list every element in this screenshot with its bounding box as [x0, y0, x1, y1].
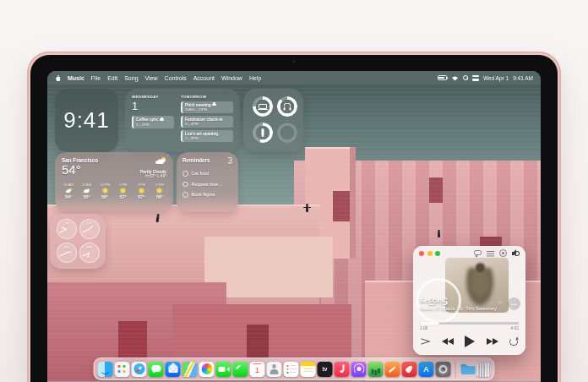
tv-icon[interactable]: tv [318, 362, 333, 377]
checkbox-circle[interactable] [182, 171, 188, 177]
checkbox-circle[interactable] [182, 192, 188, 198]
sun-icon [121, 188, 125, 193]
battery-icon[interactable] [438, 75, 447, 80]
event-time: 1 – 2PM [136, 123, 172, 127]
contacts-icon[interactable] [267, 362, 282, 377]
ipad-device: Music File Edit Song View Controls Accou… [30, 55, 558, 382]
person-figure [306, 206, 308, 212]
menu-item-controls[interactable]: Controls [165, 75, 187, 81]
weather-hour: 2 PM57° [134, 183, 148, 199]
analog-clock: TOK [79, 219, 100, 239]
battery-ring-headphones [277, 96, 297, 117]
front-camera [293, 60, 296, 63]
maps-icon[interactable] [182, 362, 198, 377]
previous-button[interactable] [442, 338, 454, 345]
calendar-widget[interactable]: WEDNESDAY 1 Coffee sync 1 – 2PM TOMORROW… [125, 89, 240, 152]
safari-icon[interactable] [132, 362, 147, 377]
reminders-count: 3 [227, 157, 232, 166]
app-store-icon[interactable]: A [419, 362, 434, 377]
zoom-button[interactable] [435, 251, 440, 256]
volume-icon[interactable] [512, 249, 520, 257]
reminder-item[interactable]: Request time... [182, 182, 232, 188]
track-title: Set One [420, 297, 445, 304]
cloud-icon [212, 104, 216, 106]
menu-item-file[interactable]: File [91, 75, 101, 81]
dock-divider [455, 361, 456, 378]
lyrics-icon[interactable] [474, 249, 482, 257]
menu-date[interactable]: Wed Apr 1 [483, 75, 509, 81]
facetime-icon[interactable] [216, 362, 231, 377]
sun-icon [103, 188, 107, 193]
menu-item-account[interactable]: Account [193, 75, 215, 81]
podcasts-icon[interactable] [351, 362, 367, 377]
checkbox-circle[interactable] [182, 182, 188, 188]
control-center-icon[interactable] [472, 75, 479, 81]
next-button[interactable] [487, 338, 498, 345]
photos-icon[interactable] [199, 362, 215, 377]
event-title: Lou's art opening [185, 132, 218, 136]
mail-icon[interactable] [166, 362, 181, 377]
shuffle-icon[interactable] [421, 338, 430, 345]
event-time: 11AM – 12PM [185, 107, 231, 112]
minimize-button[interactable] [427, 251, 433, 256]
event-title: Fundraiser check-in [185, 117, 223, 122]
event-title: Coffee sync [136, 117, 159, 122]
wifi-icon[interactable] [451, 75, 459, 81]
more-button[interactable]: ••• [508, 297, 520, 310]
menu-item-edit[interactable]: Edit [107, 75, 117, 81]
queue-icon[interactable] [487, 249, 494, 257]
calendar-event[interactable]: Coffee sync 1 – 2PM [132, 116, 174, 128]
star-icon[interactable]: ☆ [497, 298, 504, 307]
menu-item-music[interactable]: Music [68, 75, 84, 81]
apple-logo-icon[interactable] [55, 74, 61, 81]
close-button[interactable] [419, 251, 424, 256]
search-icon[interactable] [463, 75, 468, 80]
trash-icon[interactable] [477, 362, 491, 377]
reminders-widget[interactable]: Reminders 3 Cat food Request time... Boo… [177, 152, 238, 212]
music-icon[interactable] [335, 362, 350, 377]
menu-item-song[interactable]: Song [124, 75, 138, 81]
batteries-widget[interactable] [243, 89, 303, 152]
dock: 1 tv A [94, 357, 495, 380]
phone-icon[interactable] [233, 362, 248, 377]
calendar-event[interactable]: Fundraiser check-in 3 – 4PM [181, 116, 233, 128]
calendar-icon[interactable]: 1 [250, 362, 265, 377]
weather-widget[interactable]: San Francisco 54° Partly Cloudy H:57° L:… [55, 152, 173, 211]
partly-cloudy-icon [84, 188, 90, 193]
menu-item-help[interactable]: Help [249, 75, 261, 81]
battery-ring-laptop [253, 96, 273, 117]
cloud-icon [160, 118, 164, 121]
reminder-item[interactable]: Book flights [182, 192, 232, 198]
rocket-app-icon[interactable] [402, 362, 417, 377]
world-clock-widget[interactable]: CUP TOK SYD PAR [50, 214, 106, 269]
airplay-icon[interactable] [499, 249, 507, 257]
play-button[interactable] [465, 336, 475, 347]
headphones-icon [284, 103, 291, 111]
track-subtitle: Beats In Space 01: Tim Sweeney [420, 305, 497, 311]
sun-icon [139, 188, 144, 193]
launchpad-icon[interactable] [115, 362, 130, 377]
progress-bar[interactable] [420, 322, 519, 325]
menu-item-view[interactable]: View [145, 75, 158, 81]
calendar-event[interactable]: Lou's art opening 7 – 8PM [181, 130, 233, 143]
orange-pencil-app-icon[interactable] [385, 362, 400, 377]
repeat-icon[interactable] [509, 338, 518, 346]
finder-icon[interactable] [98, 362, 113, 377]
clock-widget[interactable]: 9:41 [55, 89, 118, 152]
downloads-folder-icon[interactable] [460, 362, 476, 377]
messages-icon[interactable] [149, 362, 164, 377]
screen: Music File Edit Song View Controls Accou… [47, 71, 541, 382]
weather-hour: 10 AM54° [62, 183, 75, 199]
menu-item-window[interactable]: Window [221, 75, 242, 81]
menu-time[interactable]: 9:41 AM [513, 75, 533, 81]
battery-ring-empty [277, 123, 297, 143]
music-player-window: B|S Set One Beats In Space 01: Tim Sween… [413, 246, 525, 355]
settings-icon[interactable] [436, 362, 451, 377]
reminder-item[interactable]: Cat food [182, 171, 232, 177]
green-app-icon[interactable] [368, 362, 384, 377]
reminders-icon[interactable] [284, 362, 299, 377]
analog-clock: PAR [79, 243, 100, 263]
calendar-event[interactable]: Pitch meeting 11AM – 12PM [181, 101, 233, 114]
notes-icon[interactable] [301, 362, 316, 377]
analog-clock: CUP [57, 219, 77, 239]
